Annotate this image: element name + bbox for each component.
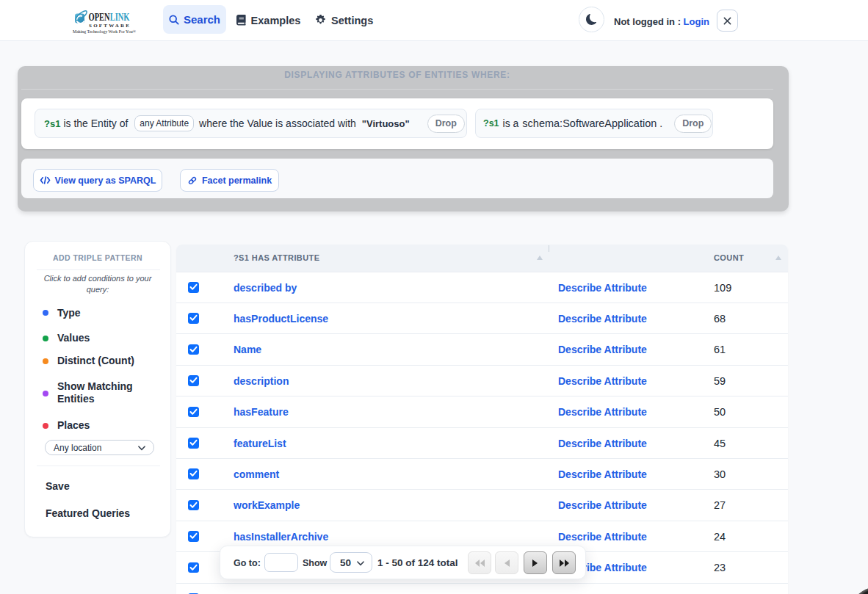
svg-text:SOFTWARE: SOFTWARE <box>89 23 129 29</box>
svg-text:Making Technology Work For You: Making Technology Work For You® <box>73 29 137 35</box>
svg-text:OPENLINK: OPENLINK <box>89 11 130 23</box>
